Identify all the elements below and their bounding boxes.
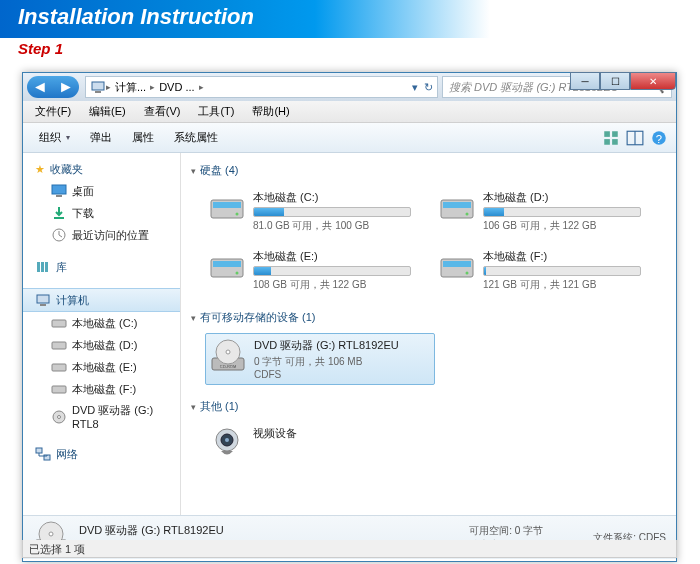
drive-icon	[51, 315, 67, 331]
svg-rect-27	[213, 202, 241, 208]
forward-button[interactable]: ►	[53, 76, 79, 98]
help-icon[interactable]: ?	[650, 129, 668, 147]
library-icon	[35, 259, 51, 275]
preview-pane-icon[interactable]	[626, 129, 644, 147]
menu-help[interactable]: 帮助(H)	[244, 102, 297, 121]
svg-point-23	[58, 415, 61, 418]
svg-rect-16	[37, 295, 49, 303]
group-removable[interactable]: 有可移动存储的设备 (1)	[191, 306, 666, 329]
svg-rect-11	[56, 195, 62, 197]
webcam-icon	[209, 426, 245, 462]
organize-button[interactable]: 组织	[31, 127, 78, 148]
drive-sub1: 0 字节 可用，共 106 MB	[254, 355, 430, 369]
drive-icon	[51, 337, 67, 353]
drive-dvd[interactable]: CD-ROM DVD 驱动器 (G:) RTL8192EU 0 字节 可用，共 …	[205, 333, 435, 385]
hdd-icon	[209, 249, 245, 285]
menubar: 文件(F) 编辑(E) 查看(V) 工具(T) 帮助(H)	[23, 101, 676, 123]
svg-rect-14	[41, 262, 44, 272]
breadcrumb-separator-icon: ▸	[199, 82, 204, 92]
menu-view[interactable]: 查看(V)	[136, 102, 189, 121]
properties-button[interactable]: 属性	[124, 127, 162, 148]
sidebar-item-downloads[interactable]: 下载	[23, 202, 180, 224]
main-pane: 硬盘 (4) 本地磁盘 (C:) 81.0 GB 可用，共 100 GB 本地磁…	[181, 153, 676, 515]
sidebar-item-drive-d[interactable]: 本地磁盘 (D:)	[23, 334, 180, 356]
hdd-icon	[439, 190, 475, 226]
drive-local-3[interactable]: 本地磁盘 (F:) 121 GB 可用，共 121 GB	[435, 245, 645, 296]
menu-edit[interactable]: 编辑(E)	[81, 102, 134, 121]
toolbar: 组织 弹出 属性 系统属性 ?	[23, 123, 676, 153]
svg-rect-0	[92, 82, 104, 90]
step-label: Step 1	[0, 38, 700, 59]
menu-tools[interactable]: 工具(T)	[190, 102, 242, 121]
computer-icon	[90, 79, 106, 95]
sidebar-favorites[interactable]: ★收藏夹	[23, 159, 180, 180]
desktop-icon	[51, 183, 67, 199]
cdrom-icon: CD-ROM	[210, 338, 246, 374]
disc-icon	[51, 409, 67, 425]
svg-rect-3	[612, 131, 618, 137]
sidebar-libraries[interactable]: 库	[23, 256, 180, 278]
svg-rect-36	[443, 261, 471, 267]
drive-name: 本地磁盘 (F:)	[483, 249, 641, 264]
svg-point-31	[466, 213, 469, 216]
sidebar-item-drive-c[interactable]: 本地磁盘 (C:)	[23, 312, 180, 334]
sidebar-item-drive-f[interactable]: 本地磁盘 (F:)	[23, 378, 180, 400]
hdd-icon	[209, 190, 245, 226]
sidebar-item-desktop[interactable]: 桌面	[23, 180, 180, 202]
svg-rect-30	[443, 202, 471, 208]
sidebar-computer[interactable]: 计算机	[23, 288, 180, 312]
download-icon	[51, 205, 67, 221]
breadcrumb-segment[interactable]: 计算...	[111, 80, 150, 95]
navigation-sidebar: ★收藏夹 桌面 下载 最近访问的位置 库 计算机 本地磁盘 (C:) 本地磁盘 …	[23, 153, 181, 515]
svg-rect-2	[604, 131, 610, 137]
drive-local-0[interactable]: 本地磁盘 (C:) 81.0 GB 可用，共 100 GB	[205, 186, 415, 237]
minimize-button[interactable]: ─	[570, 72, 600, 90]
explorer-window: ─ ☐ ✕ ◄ ► ▸ 计算... ▸ DVD ... ▸ ▾ ↻ 搜索 DVD…	[22, 72, 677, 562]
computer-icon	[35, 292, 51, 308]
capacity-bar	[483, 207, 641, 217]
drive-sub: 81.0 GB 可用，共 100 GB	[253, 219, 411, 233]
banner-title: Installation Instruction	[0, 0, 700, 38]
svg-rect-1	[95, 91, 101, 93]
svg-rect-13	[37, 262, 40, 272]
group-other[interactable]: 其他 (1)	[191, 395, 666, 418]
view-mode-icon[interactable]	[602, 129, 620, 147]
svg-rect-19	[52, 342, 66, 349]
window-controls: ─ ☐ ✕	[570, 72, 676, 90]
recent-icon	[51, 227, 67, 243]
back-button[interactable]: ◄	[27, 76, 53, 98]
maximize-button[interactable]: ☐	[600, 72, 630, 90]
breadcrumb-segment[interactable]: DVD ...	[155, 81, 198, 93]
address-bar[interactable]: ▸ 计算... ▸ DVD ... ▸ ▾ ↻	[85, 76, 438, 98]
drive-local-1[interactable]: 本地磁盘 (D:) 106 GB 可用，共 122 GB	[435, 186, 645, 237]
svg-point-37	[466, 272, 469, 275]
menu-file[interactable]: 文件(F)	[27, 102, 79, 121]
device-video[interactable]: 视频设备	[205, 422, 415, 466]
system-properties-button[interactable]: 系统属性	[166, 127, 226, 148]
svg-rect-4	[604, 139, 610, 145]
drive-local-2[interactable]: 本地磁盘 (E:) 108 GB 可用，共 122 GB	[205, 245, 415, 296]
sidebar-item-dvd[interactable]: DVD 驱动器 (G:) RTL8	[23, 400, 180, 433]
svg-point-28	[236, 213, 239, 216]
svg-rect-15	[45, 262, 48, 272]
sidebar-item-drive-e[interactable]: 本地磁盘 (E:)	[23, 356, 180, 378]
capacity-bar	[253, 266, 411, 276]
sidebar-network[interactable]: 网络	[23, 443, 180, 465]
status-bar: 已选择 1 项	[22, 540, 677, 558]
svg-rect-33	[213, 261, 241, 267]
svg-rect-21	[52, 386, 66, 393]
sidebar-item-recent[interactable]: 最近访问的位置	[23, 224, 180, 246]
drive-sub: 121 GB 可用，共 121 GB	[483, 278, 641, 292]
drive-icon	[51, 359, 67, 375]
close-button[interactable]: ✕	[630, 72, 676, 90]
eject-button[interactable]: 弹出	[82, 127, 120, 148]
svg-rect-24	[36, 448, 42, 453]
dropdown-icon[interactable]: ▾	[412, 81, 418, 94]
refresh-icon[interactable]: ↻	[424, 81, 433, 94]
hdd-icon	[439, 249, 475, 285]
svg-text:?: ?	[656, 132, 662, 144]
group-harddisk[interactable]: 硬盘 (4)	[191, 159, 666, 182]
drive-icon	[51, 381, 67, 397]
svg-point-44	[225, 438, 229, 442]
svg-rect-10	[52, 185, 66, 194]
